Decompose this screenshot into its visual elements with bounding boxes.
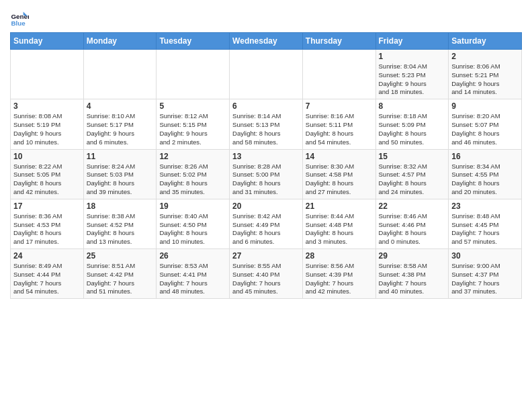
col-header-monday: Monday: [83, 33, 157, 50]
day-info: Sunrise: 8:30 AM Sunset: 4:58 PM Dayligh…: [306, 163, 373, 197]
day-number: 2: [451, 52, 519, 61]
day-cell: 7Sunrise: 8:16 AM Sunset: 5:11 PM Daylig…: [302, 99, 375, 149]
day-number: 24: [13, 251, 81, 261]
day-cell: [11, 50, 84, 99]
day-info: Sunrise: 8:49 AM Sunset: 4:44 PM Dayligh…: [13, 262, 81, 296]
day-cell: 30Sunrise: 9:00 AM Sunset: 4:37 PM Dayli…: [449, 249, 522, 299]
logo-icon: General Blue: [10, 9, 29, 28]
day-number: 4: [87, 101, 154, 111]
day-number: 25: [87, 251, 154, 261]
day-number: 18: [87, 201, 154, 211]
day-cell: 23Sunrise: 8:48 AM Sunset: 4:45 PM Dayli…: [449, 199, 522, 248]
day-number: 22: [379, 201, 446, 211]
day-number: 6: [232, 101, 300, 111]
day-info: Sunrise: 8:06 AM Sunset: 5:21 PM Dayligh…: [451, 62, 519, 97]
svg-text:Blue: Blue: [11, 19, 26, 27]
day-info: Sunrise: 8:24 AM Sunset: 5:03 PM Dayligh…: [87, 163, 154, 197]
day-number: 5: [159, 101, 226, 111]
day-cell: 1Sunrise: 8:04 AM Sunset: 5:23 PM Daylig…: [375, 50, 449, 99]
day-cell: 10Sunrise: 8:22 AM Sunset: 5:05 PM Dayli…: [11, 149, 84, 199]
col-header-tuesday: Tuesday: [157, 33, 230, 50]
day-number: 28: [306, 251, 373, 261]
day-cell: 5Sunrise: 8:12 AM Sunset: 5:15 PM Daylig…: [157, 99, 230, 149]
day-number: 11: [87, 152, 154, 161]
day-cell: 15Sunrise: 8:32 AM Sunset: 4:57 PM Dayli…: [375, 149, 449, 199]
week-row-1: 1Sunrise: 8:04 AM Sunset: 5:23 PM Daylig…: [11, 50, 522, 99]
week-row-4: 17Sunrise: 8:36 AM Sunset: 4:53 PM Dayli…: [11, 199, 522, 248]
day-info: Sunrise: 8:36 AM Sunset: 4:53 PM Dayligh…: [13, 212, 81, 246]
day-info: Sunrise: 8:04 AM Sunset: 5:23 PM Dayligh…: [379, 62, 446, 97]
day-number: 17: [13, 201, 81, 211]
day-cell: 3Sunrise: 8:08 AM Sunset: 5:19 PM Daylig…: [11, 99, 84, 149]
col-header-thursday: Thursday: [302, 33, 375, 50]
day-cell: 24Sunrise: 8:49 AM Sunset: 4:44 PM Dayli…: [11, 249, 84, 299]
day-number: 30: [451, 251, 519, 261]
day-info: Sunrise: 8:38 AM Sunset: 4:52 PM Dayligh…: [87, 212, 154, 246]
day-number: 14: [306, 152, 373, 161]
day-number: 27: [232, 251, 300, 261]
day-cell: 29Sunrise: 8:58 AM Sunset: 4:38 PM Dayli…: [375, 249, 449, 299]
day-number: 20: [232, 201, 300, 211]
week-row-3: 10Sunrise: 8:22 AM Sunset: 5:05 PM Dayli…: [11, 149, 522, 199]
calendar-table: SundayMondayTuesdayWednesdayThursdayFrid…: [10, 32, 522, 299]
day-number: 8: [379, 101, 446, 111]
day-cell: 14Sunrise: 8:30 AM Sunset: 4:58 PM Dayli…: [302, 149, 375, 199]
day-number: 26: [159, 251, 226, 261]
day-number: 9: [451, 101, 519, 111]
week-row-2: 3Sunrise: 8:08 AM Sunset: 5:19 PM Daylig…: [11, 99, 522, 149]
day-number: 7: [306, 101, 373, 111]
day-number: 19: [159, 201, 226, 211]
day-number: 23: [451, 201, 519, 211]
day-cell: [157, 50, 230, 99]
day-cell: 20Sunrise: 8:42 AM Sunset: 4:49 PM Dayli…: [230, 199, 303, 248]
col-header-sunday: Sunday: [11, 33, 84, 50]
day-info: Sunrise: 8:34 AM Sunset: 4:55 PM Dayligh…: [451, 163, 519, 197]
col-header-friday: Friday: [375, 33, 449, 50]
day-info: Sunrise: 8:20 AM Sunset: 5:07 PM Dayligh…: [451, 112, 519, 146]
day-info: Sunrise: 8:40 AM Sunset: 4:50 PM Dayligh…: [159, 212, 226, 246]
day-number: 12: [159, 152, 226, 161]
day-number: 10: [13, 152, 81, 161]
day-cell: 13Sunrise: 8:28 AM Sunset: 5:00 PM Dayli…: [230, 149, 303, 199]
day-info: Sunrise: 8:56 AM Sunset: 4:39 PM Dayligh…: [306, 262, 373, 296]
day-cell: 25Sunrise: 8:51 AM Sunset: 4:42 PM Dayli…: [83, 249, 157, 299]
day-cell: 2Sunrise: 8:06 AM Sunset: 5:21 PM Daylig…: [449, 50, 522, 99]
day-info: Sunrise: 8:44 AM Sunset: 4:48 PM Dayligh…: [306, 212, 373, 246]
day-cell: 27Sunrise: 8:55 AM Sunset: 4:40 PM Dayli…: [230, 249, 303, 299]
col-header-saturday: Saturday: [449, 33, 522, 50]
day-info: Sunrise: 8:14 AM Sunset: 5:13 PM Dayligh…: [232, 112, 300, 146]
day-info: Sunrise: 8:42 AM Sunset: 4:49 PM Dayligh…: [232, 212, 300, 246]
day-cell: [83, 50, 157, 99]
calendar-container: General Blue SundayMondayTuesdayWednesda…: [0, 0, 532, 306]
header-row: SundayMondayTuesdayWednesdayThursdayFrid…: [11, 33, 522, 50]
day-number: 15: [379, 152, 446, 161]
day-cell: 12Sunrise: 8:26 AM Sunset: 5:02 PM Dayli…: [157, 149, 230, 199]
day-number: 1: [379, 52, 446, 61]
day-cell: 4Sunrise: 8:10 AM Sunset: 5:17 PM Daylig…: [83, 99, 157, 149]
day-info: Sunrise: 9:00 AM Sunset: 4:37 PM Dayligh…: [451, 262, 519, 296]
day-cell: 28Sunrise: 8:56 AM Sunset: 4:39 PM Dayli…: [302, 249, 375, 299]
day-info: Sunrise: 8:55 AM Sunset: 4:40 PM Dayligh…: [232, 262, 300, 296]
day-info: Sunrise: 8:08 AM Sunset: 5:19 PM Dayligh…: [13, 112, 81, 146]
day-cell: 17Sunrise: 8:36 AM Sunset: 4:53 PM Dayli…: [11, 199, 84, 248]
day-info: Sunrise: 8:26 AM Sunset: 5:02 PM Dayligh…: [159, 163, 226, 197]
day-cell: 26Sunrise: 8:53 AM Sunset: 4:41 PM Dayli…: [157, 249, 230, 299]
day-cell: 22Sunrise: 8:46 AM Sunset: 4:46 PM Dayli…: [375, 199, 449, 248]
header: General Blue: [10, 7, 522, 28]
day-info: Sunrise: 8:58 AM Sunset: 4:38 PM Dayligh…: [379, 262, 446, 296]
day-number: 3: [13, 101, 81, 111]
week-row-5: 24Sunrise: 8:49 AM Sunset: 4:44 PM Dayli…: [11, 249, 522, 299]
day-number: 13: [232, 152, 300, 161]
day-cell: 9Sunrise: 8:20 AM Sunset: 5:07 PM Daylig…: [449, 99, 522, 149]
day-number: 16: [451, 152, 519, 161]
day-info: Sunrise: 8:18 AM Sunset: 5:09 PM Dayligh…: [379, 112, 446, 146]
day-info: Sunrise: 8:12 AM Sunset: 5:15 PM Dayligh…: [159, 112, 226, 146]
col-header-wednesday: Wednesday: [230, 33, 303, 50]
day-cell: 16Sunrise: 8:34 AM Sunset: 4:55 PM Dayli…: [449, 149, 522, 199]
day-info: Sunrise: 8:22 AM Sunset: 5:05 PM Dayligh…: [13, 163, 81, 197]
logo: General Blue: [10, 9, 32, 28]
day-info: Sunrise: 8:32 AM Sunset: 4:57 PM Dayligh…: [379, 163, 446, 197]
day-number: 21: [306, 201, 373, 211]
day-info: Sunrise: 8:16 AM Sunset: 5:11 PM Dayligh…: [306, 112, 373, 146]
day-cell: [302, 50, 375, 99]
